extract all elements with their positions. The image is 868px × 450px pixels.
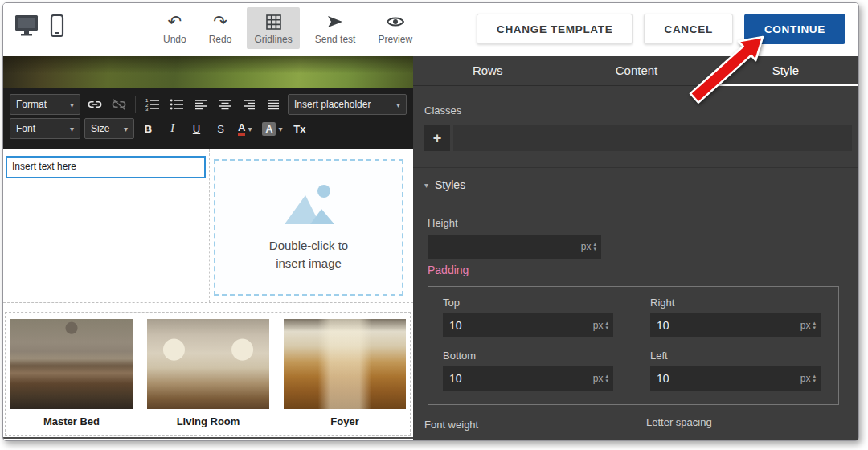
chevron-down-icon: ▾ <box>124 125 128 133</box>
padding-right-input[interactable] <box>650 319 800 332</box>
gridlines-icon <box>266 12 281 31</box>
photo-living-room[interactable] <box>147 319 269 409</box>
preview-eye-icon <box>386 12 405 31</box>
stepper-down-icon[interactable]: ▾ <box>605 325 608 330</box>
align-center-icon[interactable] <box>215 95 235 115</box>
desktop-view-icon[interactable] <box>14 14 40 37</box>
image-placeholder[interactable]: Double-click to insert image <box>214 159 403 296</box>
chevron-down-icon: ▾ <box>396 100 400 109</box>
gridline-horizontal <box>3 302 413 303</box>
classes-input-bar[interactable] <box>453 125 852 151</box>
insert-placeholder-dropdown[interactable]: Insert placeholder ▾ <box>288 94 407 115</box>
height-input[interactable] <box>428 240 581 253</box>
stepper-down-icon[interactable]: ▾ <box>593 247 596 252</box>
numbered-list-icon[interactable]: 123 <box>142 95 162 115</box>
letter-spacing-label: Letter spacing <box>646 416 712 428</box>
padding-top-input[interactable] <box>443 319 593 332</box>
align-right-icon[interactable] <box>239 95 259 115</box>
padding-bottom-stepper[interactable]: ▴▾ <box>605 374 608 383</box>
styles-section-header[interactable]: ▾ Styles <box>424 178 465 191</box>
classes-row: + <box>424 125 852 151</box>
remove-format-button[interactable]: Tx <box>289 119 309 139</box>
send-test-label: Send test <box>315 34 356 45</box>
padding-top-stepper[interactable]: ▴▾ <box>605 321 608 330</box>
unlink-icon[interactable] <box>108 95 129 115</box>
font-weight-label: Font weight <box>424 419 478 431</box>
padding-top-label: Top <box>443 297 460 309</box>
stepper-down-icon[interactable]: ▾ <box>813 378 816 383</box>
stepper-down-icon[interactable]: ▾ <box>605 378 608 383</box>
underline-button[interactable]: U <box>186 119 207 139</box>
padding-right-stepper[interactable]: ▴▾ <box>813 321 816 330</box>
undo-button[interactable]: ↶ Undo <box>156 7 194 49</box>
italic-button[interactable]: I <box>162 119 182 139</box>
link-icon[interactable] <box>84 95 104 115</box>
left-column-gridline: Insert text here <box>5 149 210 302</box>
padding-left-field: px ▴▾ <box>650 366 821 391</box>
text-editor-toolbar: Format ▾ 123 <box>3 88 413 149</box>
text-color-button[interactable]: A ▾ <box>235 119 255 139</box>
unit-label: px <box>800 373 811 384</box>
stepper-down-icon[interactable]: ▾ <box>813 325 816 330</box>
bold-button[interactable]: B <box>138 119 158 139</box>
send-test-button[interactable]: Send test <box>308 7 363 49</box>
align-left-icon[interactable] <box>190 95 211 115</box>
action-buttons: CHANGE TEMPLATE CANCEL CONTINUE <box>477 14 845 44</box>
undo-label: Undo <box>163 34 186 45</box>
padding-right-field: px ▴▾ <box>650 313 821 338</box>
chevron-down-icon: ▾ <box>278 125 282 133</box>
photo-caption[interactable]: Master Bed <box>10 415 133 428</box>
chevron-down-icon: ▾ <box>248 125 252 133</box>
photo-foyer[interactable] <box>284 319 406 409</box>
redo-label: Redo <box>209 34 232 45</box>
undo-icon: ↶ <box>168 12 182 31</box>
panel-tabs: Rows Content Style <box>413 56 859 86</box>
padding-bottom-input[interactable] <box>443 372 593 385</box>
gridlines-label: Gridlines <box>254 34 292 45</box>
edit-tools: ↶ Undo ↷ Redo Gridlines Send test <box>156 7 420 49</box>
text-block[interactable]: Insert text here <box>6 156 206 178</box>
image-placeholder-icon <box>278 182 339 229</box>
tab-rows[interactable]: Rows <box>413 56 562 86</box>
change-template-button[interactable]: CHANGE TEMPLATE <box>477 14 633 44</box>
unit-label: px <box>593 320 604 331</box>
add-class-button[interactable]: + <box>424 125 450 151</box>
redo-icon: ↷ <box>213 12 227 31</box>
canvas-bottom-edge <box>3 437 413 439</box>
padding-top-field: px ▴▾ <box>443 313 613 338</box>
photo-caption[interactable]: Living Room <box>147 415 269 428</box>
padding-left-label: Left <box>650 350 668 362</box>
toolbar-separator <box>135 96 136 112</box>
photo-row-section: Master Bed Living Room Foyer <box>5 312 411 436</box>
hero-image-strip[interactable] <box>3 56 413 88</box>
background-color-button[interactable]: A ▾ <box>259 119 285 139</box>
padding-bottom-label: Bottom <box>443 350 476 362</box>
mobile-view-icon[interactable] <box>50 14 64 37</box>
padding-section-label: Padding <box>428 264 469 276</box>
font-dropdown[interactable]: Font ▾ <box>10 118 80 139</box>
chevron-down-icon: ▾ <box>424 181 428 190</box>
redo-button[interactable]: ↷ Redo <box>202 7 240 49</box>
unit-label: px <box>593 373 604 384</box>
annotation-arrow <box>682 27 772 109</box>
image-placeholder-line2: insert image <box>269 255 348 272</box>
unit-label: px <box>800 320 811 331</box>
height-stepper[interactable]: ▴ ▾ <box>593 242 596 252</box>
bulleted-list-icon[interactable] <box>166 95 186 115</box>
format-dropdown[interactable]: Format ▾ <box>10 94 80 115</box>
justify-icon[interactable] <box>263 95 283 115</box>
image-placeholder-text: Double-click to insert image <box>269 237 348 272</box>
size-dropdown[interactable]: Size ▾ <box>84 118 134 139</box>
preview-button[interactable]: Preview <box>371 7 420 49</box>
padding-bottom-field: px ▴▾ <box>443 366 613 391</box>
photo-master-bed[interactable] <box>10 319 133 409</box>
photo-caption[interactable]: Foyer <box>284 415 406 428</box>
strikethrough-button[interactable]: S <box>211 119 231 139</box>
send-test-icon <box>327 12 343 31</box>
chevron-down-icon: ▾ <box>70 100 74 109</box>
padding-left-stepper[interactable]: ▴▾ <box>813 374 816 383</box>
height-field: px ▴ ▾ <box>428 235 601 259</box>
chevron-down-icon: ▾ <box>70 125 74 133</box>
gridlines-button[interactable]: Gridlines <box>247 7 299 49</box>
padding-left-input[interactable] <box>650 372 800 385</box>
